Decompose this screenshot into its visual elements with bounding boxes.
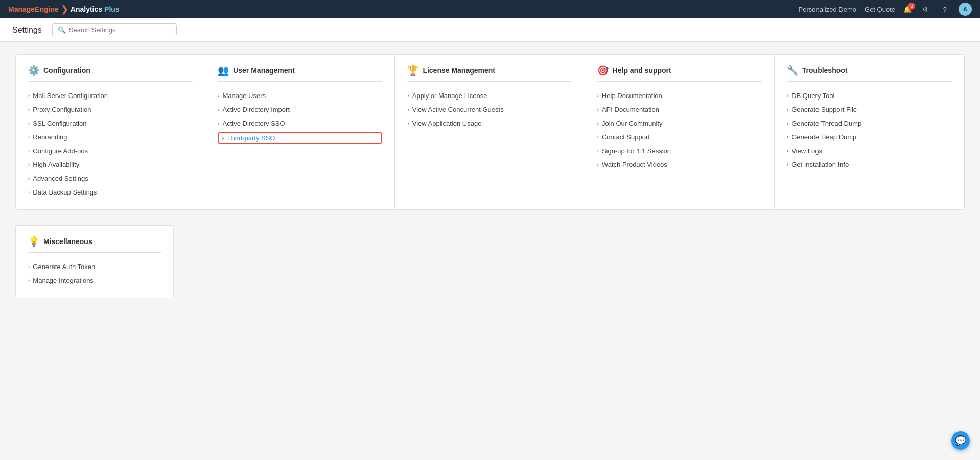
item-label: DB Query Tool xyxy=(791,92,834,100)
item-configuration-1[interactable]: › Proxy Configuration xyxy=(28,103,193,116)
item-help-support-2[interactable]: › Join Our Community xyxy=(597,116,762,130)
item-troubleshoot-1[interactable]: › Generate Support File xyxy=(787,103,952,116)
item-user-management-0[interactable]: › Manage Users xyxy=(218,89,382,103)
item-label: Mail Server Configuration xyxy=(33,92,108,100)
item-troubleshoot-3[interactable]: › Generate Heap Dump xyxy=(787,130,952,144)
chevron-icon: › xyxy=(597,120,599,126)
search-input[interactable] xyxy=(69,26,171,34)
item-user-management-3[interactable]: › Third-party SSO xyxy=(218,132,382,144)
chevron-icon: › xyxy=(597,148,599,154)
item-label: Help Documentation xyxy=(602,92,662,100)
settings-gear-button[interactable]: ⚙ xyxy=(920,4,931,15)
item-label: High Availability xyxy=(33,161,79,168)
column-troubleshoot: 🔧 Troubleshoot › DB Query Tool › Generat… xyxy=(775,55,964,209)
troubleshoot-header-icon: 🔧 xyxy=(787,65,798,76)
item-configuration-4[interactable]: › Configure Add-ons xyxy=(28,144,193,158)
main-content: ⚙️ Configuration › Mail Server Configura… xyxy=(0,42,980,460)
item-license-management-2[interactable]: › View Application Usage xyxy=(407,116,572,130)
item-help-support-0[interactable]: › Help Documentation xyxy=(597,89,762,103)
item-help-support-4[interactable]: › Sign-up for 1:1 Session xyxy=(597,144,762,158)
chevron-icon: › xyxy=(28,134,30,140)
chevron-icon: › xyxy=(28,278,30,283)
personalized-demo-link[interactable]: Personalized Demo xyxy=(799,6,856,13)
item-label: Watch Product Videos xyxy=(602,161,667,168)
item-label: API Documentation xyxy=(602,106,659,113)
column-user-management: 👥 User Management › Manage Users › Activ… xyxy=(205,55,395,209)
column-header-user-management: 👥 User Management xyxy=(218,65,382,82)
item-help-support-1[interactable]: › API Documentation xyxy=(597,103,762,116)
column-header-help-support: 🎯 Help and support xyxy=(597,65,762,82)
settings-page-title: Settings xyxy=(12,26,42,35)
chevron-icon: › xyxy=(28,120,30,126)
item-configuration-3[interactable]: › Rebranding xyxy=(28,130,193,144)
item-label: View Logs xyxy=(791,147,822,155)
troubleshoot-header-title: Troubleshoot xyxy=(802,66,848,75)
chevron-icon: › xyxy=(28,264,30,270)
item-label: Third-party SSO xyxy=(227,134,275,142)
item-label: Apply or Manage License xyxy=(412,92,487,100)
chevron-icon: › xyxy=(407,120,409,126)
misc-item-0[interactable]: › Generate Auth Token xyxy=(28,260,161,274)
item-label: Generate Support File xyxy=(791,106,857,113)
chevron-icon: › xyxy=(407,93,409,99)
configuration-header-title: Configuration xyxy=(43,66,90,75)
chevron-icon: › xyxy=(597,107,599,112)
item-label: Advanced Settings xyxy=(33,175,88,182)
column-help-support: 🎯 Help and support › Help Documentation … xyxy=(585,55,775,209)
settings-bar: Settings 🔍 xyxy=(0,18,980,42)
item-troubleshoot-2[interactable]: › Generate Thread Dump xyxy=(787,116,952,130)
item-troubleshoot-0[interactable]: › DB Query Tool xyxy=(787,89,952,103)
configuration-header-icon: ⚙️ xyxy=(28,65,39,76)
help-button[interactable]: ? xyxy=(939,4,950,15)
item-user-management-1[interactable]: › Active Directory Import xyxy=(218,103,382,116)
help-icon: ? xyxy=(943,6,946,13)
item-label: Sign-up for 1:1 Session xyxy=(602,147,671,155)
item-label: Rebranding xyxy=(33,133,67,141)
column-license-management: 🏆 License Management › Apply or Manage L… xyxy=(395,55,585,209)
column-header-configuration: ⚙️ Configuration xyxy=(28,65,193,82)
app-logo: ManageEngine ❯ Analytics Plus xyxy=(8,4,120,15)
chevron-icon: › xyxy=(28,176,30,181)
item-configuration-5[interactable]: › High Availability xyxy=(28,158,193,172)
chevron-icon: › xyxy=(28,107,30,112)
item-label: View Active Concurrent Guests xyxy=(412,106,504,113)
chevron-icon: › xyxy=(218,93,219,99)
license-management-header-title: License Management xyxy=(423,66,495,75)
item-label: SSL Configuration xyxy=(33,119,86,127)
item-troubleshoot-5[interactable]: › Get Installation Info xyxy=(787,158,952,172)
misc-item-1[interactable]: › Manage Integrations xyxy=(28,274,161,287)
chevron-icon: › xyxy=(787,148,788,154)
item-configuration-6[interactable]: › Advanced Settings xyxy=(28,172,193,185)
get-quote-link[interactable]: Get Quote xyxy=(865,6,895,13)
item-help-support-5[interactable]: › Watch Product Videos xyxy=(597,158,762,172)
column-configuration: ⚙️ Configuration › Mail Server Configura… xyxy=(16,55,205,209)
item-help-support-3[interactable]: › Contact Support xyxy=(597,130,762,144)
chat-icon: 💬 xyxy=(955,435,966,446)
chevron-icon: › xyxy=(28,93,30,99)
item-troubleshoot-4[interactable]: › View Logs xyxy=(787,144,952,158)
chevron-icon: › xyxy=(787,162,788,167)
user-management-header-icon: 👥 xyxy=(218,65,229,76)
item-user-management-2[interactable]: › Active Directory SSO xyxy=(218,116,382,130)
brand-name: ManageEngine xyxy=(8,5,59,13)
item-label: Proxy Configuration xyxy=(33,106,91,113)
item-label: Get Installation Info xyxy=(791,161,849,168)
settings-grid: ⚙️ Configuration › Mail Server Configura… xyxy=(15,54,965,210)
chevron-icon: › xyxy=(787,134,788,140)
user-avatar[interactable]: A xyxy=(959,3,972,16)
item-license-management-1[interactable]: › View Active Concurrent Guests xyxy=(407,103,572,116)
item-configuration-2[interactable]: › SSL Configuration xyxy=(28,116,193,130)
item-label: Manage Integrations xyxy=(33,277,94,284)
notifications-button[interactable]: 🔔 2 xyxy=(903,6,912,13)
notification-badge: 2 xyxy=(908,3,915,10)
item-license-management-0[interactable]: › Apply or Manage License xyxy=(407,89,572,103)
item-user-management-3-box[interactable]: › Third-party SSO xyxy=(218,130,382,146)
column-header-license-management: 🏆 License Management xyxy=(407,65,572,82)
item-label: Generate Auth Token xyxy=(33,263,95,271)
misc-header-title: Miscellaneous xyxy=(43,237,92,246)
search-wrapper: 🔍 xyxy=(52,23,177,36)
item-label: Active Directory SSO xyxy=(223,119,285,127)
item-configuration-0[interactable]: › Mail Server Configuration xyxy=(28,89,193,103)
chat-widget-button[interactable]: 💬 xyxy=(951,431,970,450)
item-configuration-7[interactable]: › Data Backup Settings xyxy=(28,185,193,199)
